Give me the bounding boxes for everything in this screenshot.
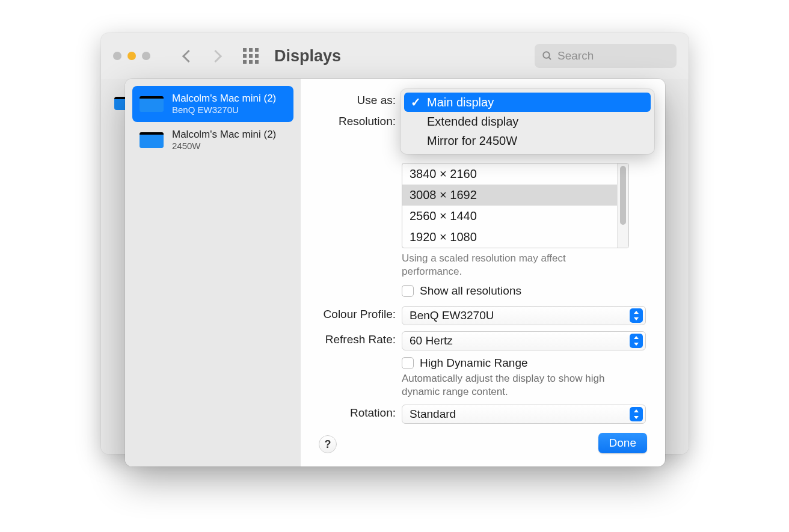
resolution-option[interactable]: 1920 × 1080 xyxy=(402,227,617,248)
svg-line-1 xyxy=(548,57,551,60)
search-field[interactable]: Search xyxy=(535,44,677,68)
use-as-popup-menu[interactable]: ✓ Main display ✓ Extended display ✓ Mirr… xyxy=(401,89,654,154)
display-list-sidebar: Malcolm's Mac mini (2) BenQ EW3270U Malc… xyxy=(125,79,301,466)
rotation-select[interactable]: Standard xyxy=(402,405,646,424)
display-item-subtitle: 2450W xyxy=(172,141,276,152)
use-as-option-label: Main display xyxy=(427,96,494,109)
resolution-hint: Using a scaled resolution may affect per… xyxy=(402,252,618,278)
window-title: Displays xyxy=(274,47,341,66)
use-as-option-label: Mirror for 2450W xyxy=(427,134,517,148)
svg-point-0 xyxy=(543,52,550,58)
colour-profile-select[interactable]: BenQ EW3270U xyxy=(402,306,646,325)
display-thumbnail-icon xyxy=(140,132,164,148)
toolbar: Displays Search xyxy=(101,33,689,79)
refresh-rate-value: 60 Hertz xyxy=(410,334,453,347)
resolution-option[interactable]: 3008 × 1692 xyxy=(402,185,617,206)
display-thumbnail-icon xyxy=(140,96,164,112)
resolution-option[interactable]: 3840 × 2160 xyxy=(402,164,617,185)
select-stepper-icon xyxy=(630,308,643,323)
use-as-option-mirror[interactable]: ✓ Mirror for 2450W xyxy=(404,131,651,150)
hdr-label: High Dynamic Range xyxy=(420,356,528,370)
search-icon xyxy=(542,50,553,61)
hdr-checkbox[interactable] xyxy=(402,357,414,369)
display-item-title: Malcolm's Mac mini (2) xyxy=(172,92,276,105)
display-item-title: Malcolm's Mac mini (2) xyxy=(172,128,276,141)
resolution-option[interactable]: 2560 × 1440 xyxy=(402,206,617,227)
use-as-label: Use as: xyxy=(313,92,402,107)
show-all-icon[interactable] xyxy=(243,48,259,64)
show-all-resolutions-label: Show all resolutions xyxy=(420,284,521,298)
forward-button[interactable] xyxy=(209,49,222,62)
use-as-option-extended[interactable]: ✓ Extended display xyxy=(404,112,651,131)
done-button[interactable]: Done xyxy=(598,433,647,453)
rotation-label: Rotation: xyxy=(313,405,402,420)
display-item-subtitle: BenQ EW3270U xyxy=(172,105,276,116)
use-as-option-main[interactable]: ✓ Main display xyxy=(404,93,651,112)
show-all-resolutions-checkbox[interactable] xyxy=(402,285,414,297)
minimize-window-icon[interactable] xyxy=(127,52,136,60)
close-window-icon[interactable] xyxy=(113,52,121,60)
zoom-window-icon[interactable] xyxy=(142,52,150,60)
rotation-value: Standard xyxy=(410,408,456,421)
checkmark-icon: ✓ xyxy=(410,95,421,109)
display-list-item[interactable]: Malcolm's Mac mini (2) BenQ EW3270U xyxy=(132,86,293,122)
hdr-description: Automatically adjust the display to show… xyxy=(402,372,630,399)
use-as-option-label: Extended display xyxy=(427,115,518,129)
refresh-rate-label: Refresh Rate: xyxy=(313,331,402,346)
resolution-scrollbar[interactable] xyxy=(617,164,628,248)
select-stepper-icon xyxy=(630,334,643,348)
refresh-rate-select[interactable]: 60 Hertz xyxy=(402,331,646,350)
search-placeholder: Search xyxy=(557,49,594,63)
display-list-item[interactable]: Malcolm's Mac mini (2) 2450W xyxy=(132,122,293,158)
help-button[interactable]: ? xyxy=(319,435,337,453)
colour-profile-label: Colour Profile: xyxy=(313,306,402,321)
select-stepper-icon xyxy=(630,407,643,421)
colour-profile-value: BenQ EW3270U xyxy=(410,309,494,322)
back-button[interactable] xyxy=(182,49,195,62)
resolution-list[interactable]: 3840 × 2160 3008 × 1692 2560 × 1440 1920… xyxy=(402,163,629,248)
resolution-label: Resolution: xyxy=(313,113,402,128)
nav-buttons xyxy=(184,52,220,61)
window-traffic-lights[interactable] xyxy=(113,52,150,60)
